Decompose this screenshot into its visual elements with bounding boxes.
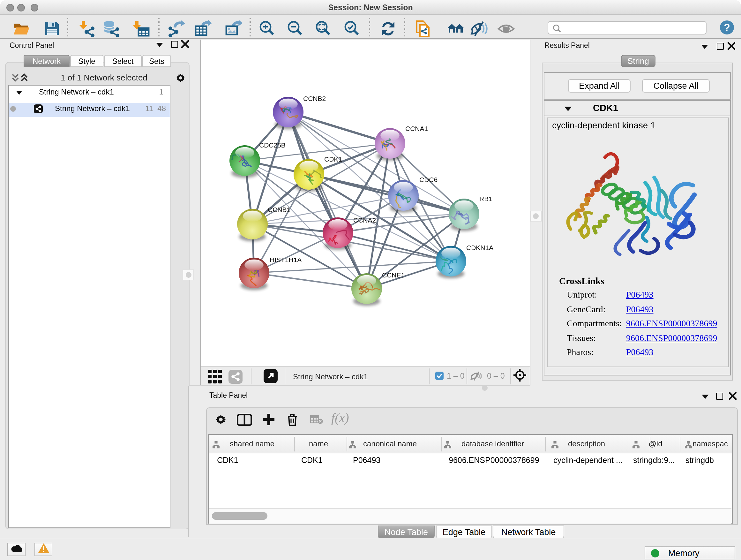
- svg-text:CCNB1: CCNB1: [268, 206, 290, 213]
- svg-text:CDC25B: CDC25B: [259, 141, 286, 149]
- svg-text:CDK1: CDK1: [324, 155, 342, 163]
- svg-text:CCNE1: CCNE1: [382, 271, 405, 279]
- svg-text:CDC6: CDC6: [419, 176, 437, 183]
- svg-text:HIST1H1A: HIST1H1A: [270, 256, 301, 263]
- svg-text:CCNB2: CCNB2: [303, 95, 326, 102]
- svg-text:RB1: RB1: [479, 195, 492, 202]
- svg-text:?: ?: [724, 22, 730, 33]
- svg-text:CDKN1A: CDKN1A: [466, 244, 493, 251]
- svg-text:CCNA1: CCNA1: [405, 125, 428, 132]
- svg-text:CCNA2: CCNA2: [353, 216, 376, 224]
